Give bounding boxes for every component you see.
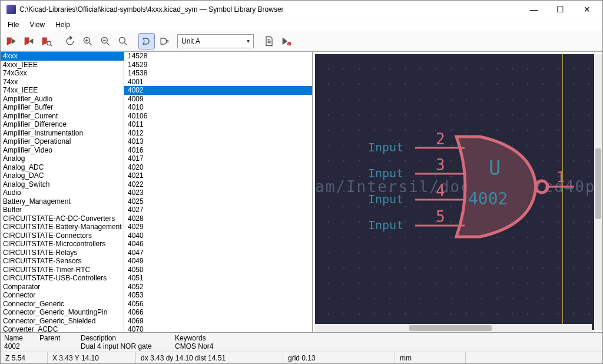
symbol-item[interactable]: 4011 bbox=[124, 120, 312, 129]
library-item[interactable]: CIRCUITSTATE-USB-Controllers bbox=[1, 274, 124, 283]
status-units: mm bbox=[395, 352, 466, 363]
library-item[interactable]: Amplifier_Video bbox=[1, 146, 124, 155]
library-item[interactable]: Battery_Management bbox=[1, 197, 124, 206]
library-item[interactable]: Analog_Switch bbox=[1, 180, 124, 189]
library-item[interactable]: Analog bbox=[1, 154, 124, 163]
symbol-item[interactable]: 4066 bbox=[124, 308, 312, 317]
library-item[interactable]: Amplifier_Instrumentation bbox=[1, 129, 124, 138]
symbol-item[interactable]: 4051 bbox=[124, 274, 312, 283]
symbol-item[interactable]: 4017 bbox=[124, 154, 312, 163]
library-item[interactable]: Comparator bbox=[1, 283, 124, 292]
status-spacer bbox=[466, 352, 602, 363]
library-item[interactable]: CIRCUITSTATE-Timer-RTC bbox=[1, 266, 124, 274]
info-parent-value bbox=[39, 342, 81, 350]
library-item[interactable]: Amplifier_Buffer bbox=[1, 103, 124, 112]
library-item[interactable]: Connector_Generic_Shielded bbox=[1, 317, 124, 326]
zoom-in-icon[interactable] bbox=[79, 33, 96, 49]
symbol-item[interactable]: 4025 bbox=[124, 197, 312, 206]
symbol-item[interactable]: 4050 bbox=[124, 266, 312, 274]
info-name-value: 4002 bbox=[4, 342, 39, 350]
prev-lib-icon[interactable] bbox=[3, 33, 19, 49]
library-item[interactable]: CIRCUITSTATE-Connectors bbox=[1, 231, 124, 240]
symbol-item[interactable]: 4028 bbox=[124, 214, 312, 223]
symbol-item[interactable]: 4070 bbox=[124, 325, 312, 332]
close-button[interactable]: ✕ bbox=[574, 1, 600, 18]
symbol-item[interactable]: 40106 bbox=[124, 112, 312, 121]
symbol-item[interactable]: 4013 bbox=[124, 137, 312, 146]
info-keywords-value: CMOS Nor4 bbox=[175, 342, 263, 350]
library-item[interactable]: Connector bbox=[1, 291, 124, 300]
library-item[interactable]: Converter_ACDC bbox=[1, 325, 124, 332]
library-item[interactable]: Analog_DAC bbox=[1, 171, 124, 180]
symbol-item[interactable]: 4029 bbox=[124, 223, 312, 231]
minimize-button[interactable]: — bbox=[521, 1, 547, 18]
symbol-list[interactable]: 1452814529145384001400240094010401064011… bbox=[124, 52, 313, 332]
app-icon bbox=[6, 5, 16, 14]
maximize-button[interactable]: ☐ bbox=[547, 1, 574, 18]
symbol-item[interactable]: 4047 bbox=[124, 249, 312, 257]
symbol-item[interactable]: 4040 bbox=[124, 231, 312, 240]
svg-point-6 bbox=[536, 181, 548, 193]
zoom-fit-icon[interactable] bbox=[115, 33, 131, 49]
preview-scrollbar-vertical[interactable] bbox=[594, 54, 602, 330]
symbol-item[interactable]: 4009 bbox=[124, 95, 312, 104]
library-item[interactable]: CIRCUITSTATE-Sensors bbox=[1, 257, 124, 266]
library-item[interactable]: 74xGxx bbox=[1, 69, 124, 78]
library-item[interactable]: Amplifier_Current bbox=[1, 112, 124, 121]
chevron-down-icon: ▾ bbox=[247, 38, 250, 44]
menu-file[interactable]: File bbox=[3, 19, 24, 30]
library-list[interactable]: 4xxx4xxx_IEEE74xGxx74xx74xx_IEEEAmplifie… bbox=[1, 52, 124, 332]
insert-icon[interactable] bbox=[279, 33, 295, 49]
library-item[interactable]: CIRCUITSTATE-Battery-Management bbox=[1, 223, 124, 231]
symbol-item[interactable]: 4056 bbox=[124, 300, 312, 309]
library-item[interactable]: 74xx bbox=[1, 78, 124, 87]
datasheet-icon[interactable] bbox=[261, 33, 277, 49]
symbol-item[interactable]: 14538 bbox=[124, 69, 312, 78]
symbol-item[interactable]: 4053 bbox=[124, 291, 312, 300]
lib-picker-icon[interactable] bbox=[38, 33, 55, 49]
library-item[interactable]: Audio bbox=[1, 188, 124, 197]
library-item[interactable]: CIRCUITSTATE-AC-DC-Converters bbox=[1, 214, 124, 223]
symbol-item[interactable]: 4012 bbox=[124, 129, 312, 138]
library-item[interactable]: CIRCUITSTATE-Microcontrollers bbox=[1, 240, 124, 249]
symbol-item[interactable]: 4046 bbox=[124, 240, 312, 249]
menu-help[interactable]: Help bbox=[51, 19, 75, 30]
library-item[interactable]: Connector_Generic bbox=[1, 300, 124, 309]
unit-select[interactable]: Unit A▾ bbox=[177, 34, 254, 48]
refresh-icon[interactable] bbox=[62, 33, 78, 49]
symbol-item[interactable]: 4021 bbox=[124, 171, 312, 180]
symbol-item[interactable]: 4023 bbox=[124, 188, 312, 197]
symbol-item[interactable]: 4027 bbox=[124, 206, 312, 214]
library-item[interactable]: 74xx_IEEE bbox=[1, 86, 124, 95]
svg-text:Input: Input bbox=[368, 192, 403, 206]
symbol-item[interactable]: 4022 bbox=[124, 180, 312, 189]
library-item[interactable]: Analog_ADC bbox=[1, 163, 124, 172]
zoom-out-icon[interactable] bbox=[97, 33, 114, 49]
svg-text:3: 3 bbox=[436, 156, 445, 174]
library-item[interactable]: Amplifier_Difference bbox=[1, 120, 124, 129]
next-lib-icon[interactable] bbox=[21, 33, 37, 49]
symbol-item[interactable]: 4020 bbox=[124, 163, 312, 172]
library-item[interactable]: Buffer bbox=[1, 206, 124, 214]
symbol-item[interactable]: 14528 bbox=[124, 52, 312, 61]
symbol-item[interactable]: 14529 bbox=[124, 61, 312, 70]
symbol-item[interactable]: 4001 bbox=[124, 78, 312, 87]
library-item[interactable]: 4xxx_IEEE bbox=[1, 61, 124, 70]
symbol-item[interactable]: 4010 bbox=[124, 103, 312, 112]
svg-text:1: 1 bbox=[556, 169, 565, 186]
symbol-item[interactable]: 4002 bbox=[124, 86, 312, 95]
library-item[interactable]: Amplifier_Audio bbox=[1, 95, 124, 104]
gate-shape-icon[interactable] bbox=[138, 33, 155, 49]
library-item[interactable]: CIRCUITSTATE-Relays bbox=[1, 249, 124, 257]
preview-scrollbar-horizontal[interactable] bbox=[315, 324, 592, 332]
symbol-item[interactable]: 4052 bbox=[124, 283, 312, 292]
library-item[interactable]: Connector_Generic_MountingPin bbox=[1, 308, 124, 317]
preview-canvas[interactable]: am/Intersil/documents/cd40p 12Input3Inpu… bbox=[315, 54, 600, 330]
library-item[interactable]: Amplifier_Operational bbox=[1, 137, 124, 146]
library-item[interactable]: 4xxx bbox=[1, 52, 124, 61]
gate-alt-icon[interactable] bbox=[156, 33, 173, 49]
symbol-item[interactable]: 4069 bbox=[124, 317, 312, 326]
menu-view[interactable]: View bbox=[25, 19, 49, 30]
symbol-item[interactable]: 4049 bbox=[124, 257, 312, 266]
symbol-item[interactable]: 4016 bbox=[124, 146, 312, 155]
